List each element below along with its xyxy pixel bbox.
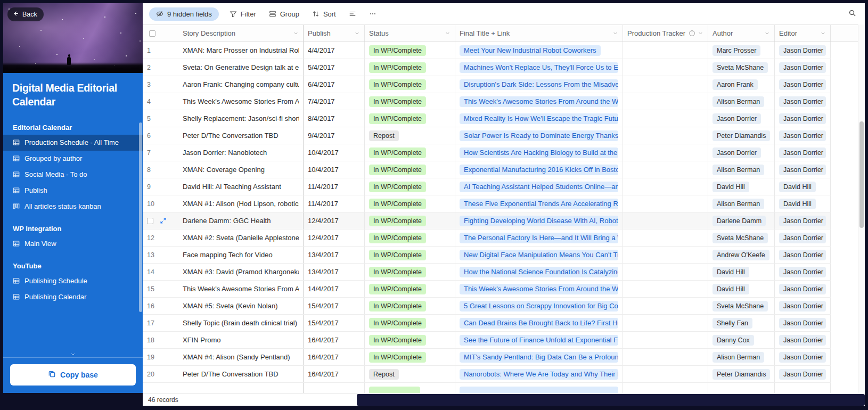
publish-date-cell[interactable]: 12/4/2017 [304,229,365,246]
production-tracker-cell[interactable] [623,349,708,365]
author-cell[interactable]: Peter Diamandis [708,127,775,144]
editor-pill[interactable]: Jason Dorrier [779,233,826,243]
row-checkbox[interactable] [147,218,153,224]
story-description-cell[interactable]: This Week's Awesome Stories From Ar... [178,281,304,297]
author-pill[interactable]: Aaron Frank [713,79,758,90]
author-cell[interactable] [708,383,775,393]
row-number-cell[interactable]: 19 [143,349,178,365]
final-title-link[interactable]: Mixed Reality Is How We'll Escape the Tr… [460,113,618,124]
hidden-fields-button[interactable]: 9 hidden fields [149,7,219,21]
editor-pill[interactable]: Jason Dorrier [779,165,826,175]
production-tracker-cell[interactable] [623,229,708,246]
sidebar-item-publishing-calendar[interactable]: Publishing Calendar [3,289,143,305]
author-pill[interactable]: David Hill [713,267,749,277]
final-title-link[interactable]: MIT's Sandy Pentland: Big Data Can Be a … [460,352,618,363]
editor-pill[interactable]: David Hill [779,182,816,192]
final-title-link[interactable]: Solar Power Is Ready to Dominate Energy … [460,130,618,141]
row-number-cell[interactable] [143,212,178,229]
editor-pill[interactable]: Jason Dorrier [779,318,826,329]
final-title-link[interactable]: Disruption's Dark Side: Lessons From the… [460,79,618,90]
row-number-cell[interactable]: 4 [143,93,178,110]
table-row[interactable] [143,383,831,393]
final-title-cell[interactable]: These Five Exponential Trends Are Accele… [455,195,623,212]
final-title-link[interactable]: AI Teaching Assistant Helped Students On… [460,182,618,192]
publish-date-cell[interactable]: 12/4/2017 [304,212,365,229]
publish-date-cell[interactable]: 13/4/2017 [304,264,365,280]
row-number-cell[interactable]: 18 [143,332,178,348]
author-cell[interactable]: Alison Berman [708,349,775,365]
publish-date-cell[interactable]: 10/4/2017 [304,161,365,178]
story-description-cell[interactable]: Sveta: On Generative Design talk at e.g.… [178,59,304,76]
table-row[interactable]: 9David Hill: AI Teaching Assistant11/4/2… [143,178,831,195]
editor-cell[interactable]: David Hill [775,195,831,212]
final-title-cell[interactable]: How the National Science Foundation Is C… [455,264,623,280]
final-title-link[interactable]: This Week's Awesome Stories From Around … [460,96,618,107]
editor-pill[interactable]: Jason Dorrier [779,301,826,311]
row-number-cell[interactable]: 20 [143,366,178,382]
horizontal-scrollbar-thumb[interactable] [357,394,865,406]
editor-pill[interactable]: Jason Dorrier [779,96,826,107]
editor-cell[interactable]: Jason Dorrier [775,127,831,144]
expand-icon[interactable] [160,217,167,224]
column-header-author[interactable]: Author [708,25,775,42]
editor-cell[interactable]: Jason Dorrier [775,93,831,110]
editor-pill[interactable]: Jason Dorrier [779,62,826,73]
column-header-story-description[interactable]: Story Description [178,25,304,42]
publish-date-cell[interactable]: 16/4/2017 [304,332,365,348]
sidebar-item-publishing-schedule[interactable]: Publishing Schedule [3,273,143,289]
final-title-cell[interactable] [455,383,623,393]
story-description-cell[interactable]: Jason Dorrier: Nanobiotech [178,144,304,161]
publish-date-cell[interactable]: 11/4/2017 [304,178,365,195]
table-row[interactable]: 3Aaron Frank: Changing company culture6/… [143,76,831,93]
story-description-cell[interactable]: XMAN #5: Sveta (Kevin Nolan) [178,298,304,314]
author-cell[interactable]: David Hill [708,281,775,297]
sidebar-item-production-schedule-all-time[interactable]: Production Schedule - All Time [3,135,143,151]
final-title-cell[interactable]: Solar Power Is Ready to Dominate Energy … [455,127,623,144]
editor-pill[interactable]: Jason Dorrier [779,369,826,380]
story-description-cell[interactable]: Shelly Topic (Brain death clinical trial… [178,315,304,331]
editor-pill[interactable]: Jason Dorrier [779,147,826,158]
editor-cell[interactable]: Jason Dorrier [775,161,831,178]
table-row[interactable]: 14XMAN #3: David (Pramod Khargonekar)13/… [143,264,831,281]
author-pill[interactable]: Alison Berman [713,352,764,363]
story-description-cell[interactable] [178,383,304,393]
vertical-scrollbar[interactable] [858,24,865,393]
status-cell[interactable]: In WP/Complete [365,42,455,59]
column-header-final-title-link[interactable]: Final Title + Link [455,25,623,42]
sidebar-item-main-view[interactable]: Main View [3,236,143,252]
final-title-link[interactable]: See the Future of Finance Unfold at Expo… [460,335,618,346]
editor-cell[interactable]: David Hill [775,178,831,195]
table-row[interactable]: 5Shelly Replacement: Jason/sci-fi short8… [143,110,831,127]
status-cell[interactable]: In WP/Complete [365,161,455,178]
column-header-publish[interactable]: Publish [304,25,365,42]
final-title-link[interactable]: This Week's Awesome Stories From Around … [460,284,618,294]
final-title-cell[interactable]: MIT's Sandy Pentland: Big Data Can Be a … [455,349,623,365]
production-tracker-cell[interactable] [623,366,708,382]
editor-pill[interactable]: Jason Dorrier [779,130,826,141]
table-row[interactable]: 6Peter D/The Conversation TBD9/4/2017Rep… [143,127,831,144]
story-description-cell[interactable]: XMAN #1: Alison (Hod Lipson, robotics) [178,195,304,212]
publish-date-cell[interactable]: 5/4/2017 [304,59,365,76]
final-title-cell[interactable]: Exponential Manufacturing 2016 Kicks Off… [455,161,623,178]
final-title-cell[interactable]: New Digital Face Manipulation Means You … [455,247,623,263]
author-pill[interactable]: Danny Cox [713,335,754,346]
publish-date-cell[interactable]: 16/4/2017 [304,349,365,365]
editor-pill[interactable]: Jason Dorrier [779,267,826,277]
story-description-cell[interactable]: Darlene Damm: GGC Health [178,212,304,229]
editor-cell[interactable]: Jason Dorrier [775,315,831,331]
editor-pill[interactable]: Jason Dorrier [779,284,826,294]
editor-cell[interactable]: Jason Dorrier [775,76,831,93]
status-cell[interactable]: In WP/Complete [365,298,455,314]
editor-cell[interactable]: Jason Dorrier [775,366,831,382]
editor-cell[interactable]: Jason Dorrier [775,281,831,297]
story-description-cell[interactable]: Peter D/The Conversation TBD [178,127,304,144]
editor-pill[interactable]: Jason Dorrier [779,335,826,346]
final-title-cell[interactable]: Machines Won't Replace Us, They'll Force… [455,59,623,76]
table-row[interactable]: 20Peter D/The Conversation TBD16/4/2017R… [143,366,831,383]
author-pill[interactable]: Jason Dorrier [713,147,761,158]
author-cell[interactable]: Alison Berman [708,93,775,110]
author-pill[interactable]: Peter Diamandis [713,130,770,141]
author-pill[interactable]: Sveta McShane [713,233,768,243]
publish-date-cell[interactable]: 16/4/2017 [304,366,365,382]
final-title-cell[interactable]: 5 Great Lessons on Scrappy Innovation fo… [455,298,623,314]
